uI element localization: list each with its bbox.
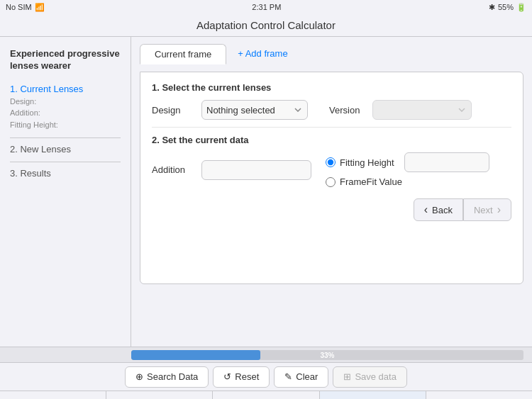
main-layout: Experienced progressive lenses wearer 1.… — [0, 37, 532, 347]
wifi-icon: 📶 — [35, 3, 45, 12]
clear-icon — [284, 371, 292, 382]
next-label: Next — [474, 205, 493, 215]
bluetooth-icon: ✱ — [489, 3, 495, 12]
carrier-label: No SIM — [6, 3, 32, 11]
search-data-button[interactable]: Search Data — [125, 366, 209, 388]
step3-label: Results — [20, 168, 50, 179]
progress-text: 33% — [320, 352, 334, 359]
radio-group: Fitting Height FrameFit Value — [326, 152, 489, 187]
step1-addition-detail: Addition: — [10, 107, 121, 119]
save-button[interactable]: Save data — [333, 366, 407, 388]
step1-fitting-detail: Fitting Height: — [10, 119, 121, 131]
sidebar: Experienced progressive lenses wearer 1.… — [0, 37, 131, 347]
search-icon — [135, 371, 143, 382]
step3-number: 3. — [10, 168, 20, 179]
battery-icon: 🔋 — [516, 3, 526, 12]
next-arrow-icon — [496, 203, 501, 216]
sidebar-step-current-lenses[interactable]: 1. Current Lenses Design: Addition: Fitt… — [10, 84, 121, 131]
tabs-bar: Current frame + Add frame — [140, 44, 523, 64]
fitting-height-radio-label: Fitting Height — [340, 157, 394, 168]
tab-current-frame[interactable]: Current frame — [140, 44, 226, 64]
progress-bar-wrap: 33% — [131, 350, 523, 360]
design-row: Design Nothing selected Version — [152, 100, 511, 120]
search-label: Search Data — [147, 371, 198, 382]
addition-row: Addition Fitting Height FrameFit Value — [152, 152, 511, 187]
progress-bar-fill — [131, 350, 260, 360]
sidebar-step-results[interactable]: 3. Results — [10, 168, 121, 179]
sidebar-divider-1 — [10, 137, 121, 138]
save-label: Save data — [355, 371, 397, 382]
step2-title[interactable]: 2. New Lenses — [10, 144, 121, 154]
section2-title: 2. Set the current data — [152, 135, 511, 145]
step1-number: 1. — [10, 84, 20, 94]
step1-design-detail: Design: — [10, 96, 121, 108]
back-label: Back — [432, 205, 453, 215]
step2-number: 2. — [10, 144, 20, 154]
reset-label: Reset — [235, 371, 259, 382]
section1-title: 1. Select the current lenses — [152, 82, 511, 93]
reset-icon — [223, 371, 231, 382]
content-area: Current frame + Add frame 1. Select the … — [131, 37, 532, 347]
sidebar-step-new-lenses[interactable]: 2. New Lenses — [10, 144, 121, 154]
time-label: 2:31 PM — [252, 3, 281, 11]
fitting-height-radio[interactable] — [326, 157, 336, 167]
addition-input[interactable] — [201, 160, 311, 180]
step3-title[interactable]: 3. Results — [10, 168, 121, 179]
step2-label: New Lenses — [20, 144, 71, 154]
battery-label: 55% — [498, 3, 514, 11]
clear-label: Clear — [296, 371, 318, 382]
addition-label: Addition — [152, 164, 194, 175]
design-select[interactable]: Nothing selected — [201, 100, 308, 120]
section-divider — [152, 127, 511, 128]
bottom-nav: Home Why ZEISS ZEISS Progressives Adapta… — [0, 390, 532, 399]
framefit-radio[interactable] — [326, 177, 336, 187]
clear-button[interactable]: Clear — [274, 366, 328, 388]
design-label: Design — [152, 105, 194, 116]
save-icon — [343, 371, 351, 382]
status-left: No SIM 📶 — [6, 3, 45, 12]
back-button[interactable]: Back — [414, 198, 463, 221]
status-right: ✱ 55% 🔋 — [489, 3, 526, 12]
page-title: Adaptation Control Calculator — [196, 19, 336, 31]
nav-individual-profile[interactable]: Individual Profile Analyser — [426, 391, 532, 399]
framefit-radio-label: FrameFit Value — [340, 176, 402, 187]
back-arrow-icon — [424, 203, 429, 216]
fitting-height-input[interactable] — [404, 152, 489, 172]
nav-buttons: Back Next — [152, 198, 511, 221]
nav-adaptation-calculator[interactable]: Adaptation Control Calculator — [320, 391, 426, 399]
status-bar: No SIM 📶 2:31 PM ✱ 55% 🔋 — [0, 0, 532, 14]
step1-label: Current Lenses — [20, 84, 83, 94]
version-label: Version — [329, 105, 360, 116]
next-button[interactable]: Next — [463, 198, 511, 221]
sidebar-heading: Experienced progressive lenses wearer — [10, 48, 121, 72]
nav-home[interactable]: Home — [0, 391, 106, 399]
sidebar-divider-2 — [10, 162, 121, 162]
bottom-toolbar: Search Data Reset Clear Save data — [0, 362, 532, 390]
form-panel: 1. Select the current lenses Design Noth… — [140, 72, 523, 284]
reset-button[interactable]: Reset — [213, 366, 270, 388]
step1-title[interactable]: 1. Current Lenses — [10, 84, 121, 94]
fitting-height-radio-item[interactable]: Fitting Height — [326, 152, 489, 172]
nav-zeiss-progressives[interactable]: ZEISS Progressives — [213, 391, 319, 399]
framefit-radio-item[interactable]: FrameFit Value — [326, 176, 489, 187]
version-select[interactable] — [372, 100, 472, 120]
title-bar: Adaptation Control Calculator — [0, 14, 532, 37]
progress-container: 33% — [0, 347, 532, 362]
nav-why-zeiss[interactable]: Why ZEISS — [106, 391, 213, 399]
tab-add-frame[interactable]: + Add frame — [226, 44, 299, 64]
